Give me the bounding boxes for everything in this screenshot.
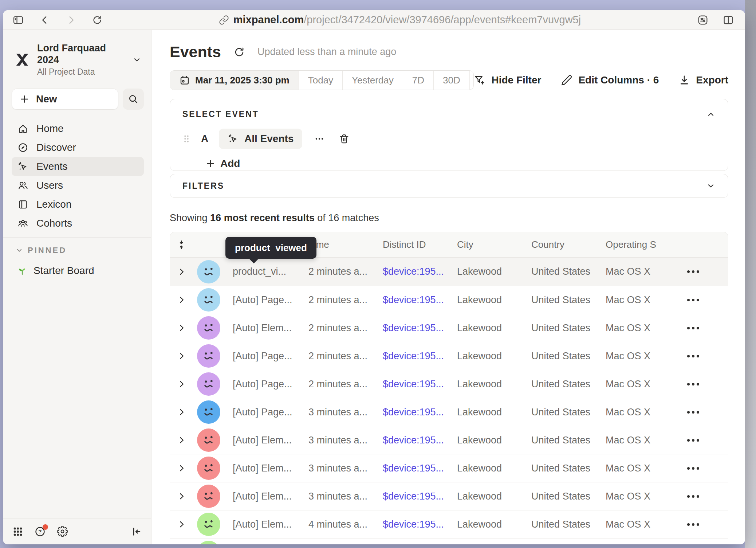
cell-distinct-id[interactable]: $device:195... bbox=[375, 463, 449, 474]
page-title: Events bbox=[170, 43, 221, 61]
sidebar-item-label: Events bbox=[36, 161, 68, 172]
preset-yesterday[interactable]: Yesterday bbox=[342, 71, 403, 90]
forward-icon[interactable] bbox=[66, 15, 76, 26]
row-expand-icon[interactable] bbox=[177, 379, 186, 389]
collapse-panel-icon[interactable] bbox=[706, 110, 716, 119]
project-switcher[interactable]: Lord Farquaad 2024 All Project Data bbox=[12, 41, 144, 78]
filter-plus-icon bbox=[474, 74, 485, 86]
collapse-sidebar-icon[interactable] bbox=[131, 526, 142, 537]
event-avatar bbox=[197, 344, 220, 368]
row-menu-icon[interactable] bbox=[687, 355, 699, 357]
edit-columns-button[interactable]: Edit Columns · 6 bbox=[561, 74, 659, 86]
sidebar-item-lexicon[interactable]: Lexicon bbox=[12, 195, 144, 214]
preset-7d[interactable]: 7D bbox=[403, 71, 433, 90]
drag-handle-icon[interactable] bbox=[182, 133, 190, 144]
row-expand-icon[interactable] bbox=[177, 323, 186, 333]
export-button[interactable]: Export bbox=[678, 74, 728, 86]
sidebar-item-events[interactable]: Events bbox=[12, 157, 144, 176]
refresh-icon[interactable] bbox=[233, 46, 245, 58]
col-header-city[interactable]: City bbox=[449, 239, 523, 250]
table-row[interactable]: [Auto] Elem... 3 minutes a... $device:19… bbox=[170, 426, 728, 454]
preset-30d[interactable]: 30D bbox=[433, 71, 469, 90]
col-header-distinct-id[interactable]: Distinct ID bbox=[375, 239, 449, 250]
table-row[interactable]: [Auto] Elem... 2 minutes a... $device:19… bbox=[170, 314, 728, 342]
row-expand-icon[interactable] bbox=[177, 463, 186, 473]
add-event-button[interactable]: Add bbox=[206, 158, 240, 169]
row-expand-icon[interactable] bbox=[177, 492, 186, 501]
table-row[interactable]: [Auto] Page... 2 minutes a... $device:19… bbox=[170, 286, 728, 314]
table-row[interactable]: [Auto] Elem... 3 minutes a... $device:19… bbox=[170, 482, 728, 510]
row-menu-icon[interactable] bbox=[687, 523, 699, 526]
preset-3m[interactable]: 3M bbox=[469, 71, 474, 90]
row-menu-icon[interactable] bbox=[687, 327, 699, 329]
table-row[interactable]: [Auto] Elem... 4 minutes a... $device:19… bbox=[170, 510, 728, 538]
row-expand-icon[interactable] bbox=[177, 351, 186, 361]
sidebar-item-starter-board[interactable]: Starter Board bbox=[12, 261, 144, 281]
date-picker-button[interactable]: Mar 11, 2025 3:30 pm bbox=[170, 71, 299, 90]
table-row[interactable]: [Auto] Page... 2 minutes a... $device:19… bbox=[170, 342, 728, 370]
more-options-icon[interactable] bbox=[312, 133, 327, 144]
table-row[interactable]: [Auto] Page... 3 minutes a... $device:19… bbox=[170, 398, 728, 426]
filters-panel[interactable]: FILTERS bbox=[170, 174, 728, 198]
col-header-os[interactable]: Operating S bbox=[598, 239, 673, 250]
events-cursor-icon bbox=[17, 161, 28, 172]
cell-distinct-id[interactable]: $device:195... bbox=[375, 322, 449, 334]
trash-icon[interactable] bbox=[336, 133, 352, 144]
cell-distinct-id[interactable]: $device:195... bbox=[375, 379, 449, 390]
cell-distinct-id[interactable]: $device:195... bbox=[375, 435, 449, 446]
row-expand-icon[interactable] bbox=[177, 520, 186, 529]
download-icon bbox=[678, 74, 690, 86]
hide-filter-button[interactable]: Hide Filter bbox=[474, 74, 541, 86]
cell-distinct-id[interactable]: $device:195... bbox=[375, 407, 449, 418]
split-view-icon[interactable] bbox=[722, 14, 734, 26]
row-menu-icon[interactable] bbox=[687, 467, 699, 470]
cell-distinct-id[interactable]: $device:195... bbox=[375, 266, 449, 277]
sidebar-item-cohorts[interactable]: Cohorts bbox=[12, 214, 144, 233]
sidebar-item-discover[interactable]: Discover bbox=[12, 138, 144, 157]
row-expand-icon[interactable] bbox=[177, 435, 186, 445]
back-icon[interactable] bbox=[39, 15, 50, 26]
cell-distinct-id[interactable]: $device:195... bbox=[375, 294, 449, 306]
event-selector-chip[interactable]: All Events bbox=[219, 129, 302, 149]
row-menu-icon[interactable] bbox=[687, 299, 699, 301]
search-button[interactable] bbox=[123, 89, 144, 110]
row-expand-icon[interactable] bbox=[177, 407, 186, 417]
row-menu-icon[interactable] bbox=[687, 270, 699, 273]
row-expand-icon[interactable] bbox=[177, 267, 186, 277]
row-menu-icon[interactable] bbox=[687, 495, 699, 498]
new-button[interactable]: New bbox=[12, 89, 118, 110]
cell-distinct-id[interactable]: $device:195... bbox=[375, 491, 449, 502]
row-expand-icon[interactable] bbox=[177, 295, 186, 305]
event-avatar bbox=[197, 372, 220, 396]
expand-panel-icon[interactable] bbox=[706, 181, 716, 191]
page-settings-icon[interactable] bbox=[697, 14, 709, 26]
help-icon[interactable]: ? bbox=[34, 526, 46, 537]
collapse-all-icon[interactable] bbox=[176, 240, 186, 250]
cell-event-name: [Auto] Elem... bbox=[225, 435, 300, 446]
date-range-control: Mar 11, 2025 3:30 pm Today Yesterday 7D … bbox=[170, 70, 474, 90]
event-avatar bbox=[197, 400, 220, 424]
table-row[interactable]: [Auto] Elem... 4 minutes a... $device:19… bbox=[170, 538, 728, 544]
row-menu-icon[interactable] bbox=[687, 383, 699, 385]
cell-distinct-id[interactable]: $device:195... bbox=[375, 351, 449, 362]
row-menu-icon[interactable] bbox=[687, 411, 699, 414]
pinned-section-header[interactable]: PINNED bbox=[12, 246, 144, 255]
preset-today[interactable]: Today bbox=[299, 71, 342, 90]
table-row[interactable]: [Auto] Elem... 3 minutes a... $device:19… bbox=[170, 454, 728, 482]
gear-icon[interactable] bbox=[57, 526, 68, 537]
sidebar-toggle-icon[interactable] bbox=[12, 14, 24, 26]
cell-event-name: [Auto] Elem... bbox=[225, 463, 300, 474]
sidebar-item-home[interactable]: Home bbox=[12, 119, 144, 138]
sidebar-item-users[interactable]: Users bbox=[12, 176, 144, 195]
row-menu-icon[interactable] bbox=[687, 439, 699, 442]
pinned-label: PINNED bbox=[28, 246, 67, 255]
cell-distinct-id[interactable]: $device:195... bbox=[375, 519, 449, 530]
apps-grid-icon[interactable] bbox=[12, 526, 23, 537]
reload-icon[interactable] bbox=[92, 15, 103, 26]
date-range-value: Mar 11, 2025 3:30 pm bbox=[195, 75, 290, 86]
cell-event-name: [Auto] Elem... bbox=[225, 322, 300, 334]
table-row[interactable]: [Auto] Page... 2 minutes a... $device:19… bbox=[170, 370, 728, 398]
cell-os: Mac OS X bbox=[598, 463, 673, 474]
address-bar[interactable]: mixpanel.com/project/3472420/view/397469… bbox=[233, 14, 581, 26]
col-header-country[interactable]: Country bbox=[523, 239, 598, 250]
